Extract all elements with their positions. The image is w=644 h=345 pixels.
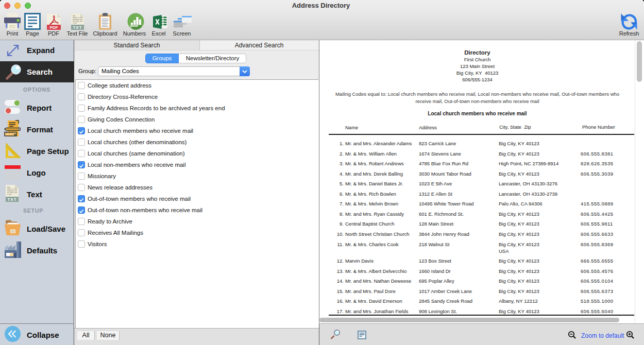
- svg-text:TXT: TXT: [73, 25, 82, 30]
- svg-text:PDF: PDF: [49, 25, 58, 30]
- svg-text:TXT: TXT: [7, 197, 16, 202]
